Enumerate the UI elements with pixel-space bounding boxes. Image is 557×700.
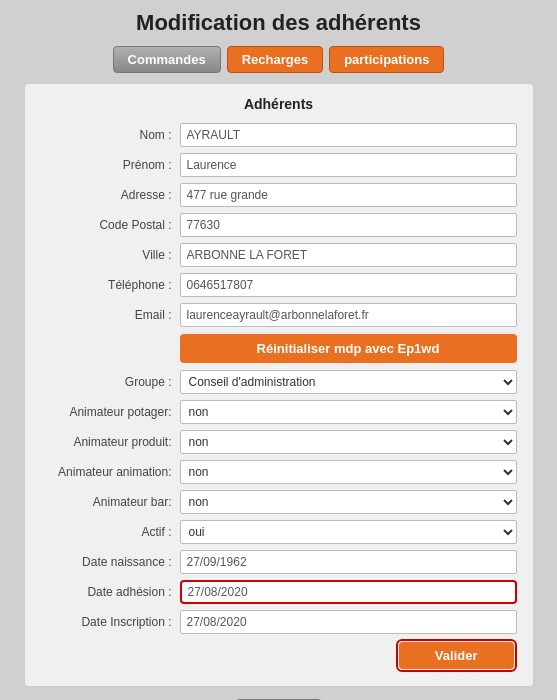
tab-commandes[interactable]: Commandes	[113, 46, 221, 73]
ville-row: Ville :	[25, 242, 533, 268]
animateur-potager-select[interactable]: non oui	[180, 400, 517, 424]
date-adhesion-row: Date adhésion :	[25, 579, 533, 605]
code-postal-label: Code Postal :	[25, 218, 180, 232]
code-postal-input[interactable]	[180, 213, 517, 237]
tab-bar: Commandes Recharges participations	[113, 46, 445, 73]
animateur-animation-row: Animateur animation: non oui	[25, 459, 533, 485]
date-inscription-label: Date Inscription :	[25, 615, 180, 629]
page-title: Modification des adhérents	[136, 10, 421, 36]
animateur-animation-label: Animateur animation:	[25, 465, 180, 479]
groupe-label: Groupe :	[25, 375, 180, 389]
prenom-row: Prénom :	[25, 152, 533, 178]
adresse-row: Adresse :	[25, 182, 533, 208]
nom-label: Nom :	[25, 128, 180, 142]
animateur-potager-row: Animateur potager: non oui	[25, 399, 533, 425]
date-naissance-input[interactable]	[180, 550, 517, 574]
tab-recharges[interactable]: Recharges	[227, 46, 323, 73]
date-inscription-input[interactable]	[180, 610, 517, 634]
actif-label: Actif :	[25, 525, 180, 539]
telephone-input[interactable]	[180, 273, 517, 297]
tab-participations[interactable]: participations	[329, 46, 444, 73]
reset-password-button[interactable]: Réinitialiser mdp avec Ep1wd	[180, 334, 517, 363]
groupe-row: Groupe : Conseil d'administration Membre…	[25, 369, 533, 395]
animateur-bar-select[interactable]: non oui	[180, 490, 517, 514]
date-adhesion-input[interactable]	[180, 580, 517, 604]
card-title: Adhérents	[25, 96, 533, 112]
animateur-animation-select[interactable]: non oui	[180, 460, 517, 484]
prenom-label: Prénom :	[25, 158, 180, 172]
date-naissance-row: Date naissance :	[25, 549, 533, 575]
animateur-potager-label: Animateur potager:	[25, 405, 180, 419]
valider-button[interactable]: Valider	[399, 642, 514, 669]
valider-row: Valider	[180, 639, 517, 672]
actif-select[interactable]: oui non	[180, 520, 517, 544]
actif-row: Actif : oui non	[25, 519, 533, 545]
animateur-produit-label: Animateur produit:	[25, 435, 180, 449]
date-adhesion-label: Date adhésion :	[25, 585, 180, 599]
code-postal-row: Code Postal :	[25, 212, 533, 238]
animateur-produit-select[interactable]: non oui	[180, 430, 517, 454]
ville-label: Ville :	[25, 248, 180, 262]
nom-row: Nom :	[25, 122, 533, 148]
telephone-row: Téléphone :	[25, 272, 533, 298]
groupe-select[interactable]: Conseil d'administration Membre Autre	[180, 370, 517, 394]
email-row: Email :	[25, 302, 533, 328]
date-naissance-label: Date naissance :	[25, 555, 180, 569]
adresse-input[interactable]	[180, 183, 517, 207]
animateur-produit-row: Animateur produit: non oui	[25, 429, 533, 455]
main-card: Adhérents Nom : Prénom : Adresse : Code …	[24, 83, 534, 687]
email-input[interactable]	[180, 303, 517, 327]
telephone-label: Téléphone :	[25, 278, 180, 292]
nom-input[interactable]	[180, 123, 517, 147]
adresse-label: Adresse :	[25, 188, 180, 202]
email-label: Email :	[25, 308, 180, 322]
prenom-input[interactable]	[180, 153, 517, 177]
valider-wrap: Valider	[396, 639, 517, 672]
date-inscription-row: Date Inscription :	[25, 609, 533, 635]
animateur-bar-row: Animateur bar: non oui	[25, 489, 533, 515]
ville-input[interactable]	[180, 243, 517, 267]
animateur-bar-label: Animateur bar:	[25, 495, 180, 509]
